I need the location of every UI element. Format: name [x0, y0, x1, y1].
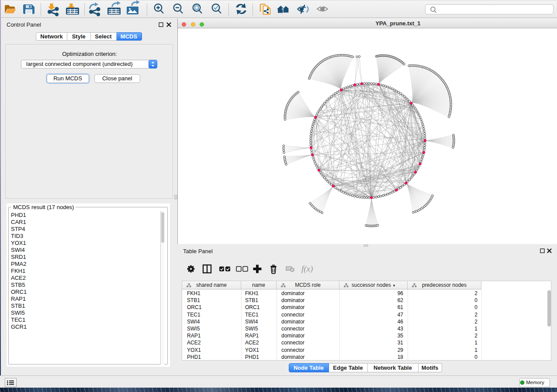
svg-text:f(x): f(x): [301, 264, 313, 274]
